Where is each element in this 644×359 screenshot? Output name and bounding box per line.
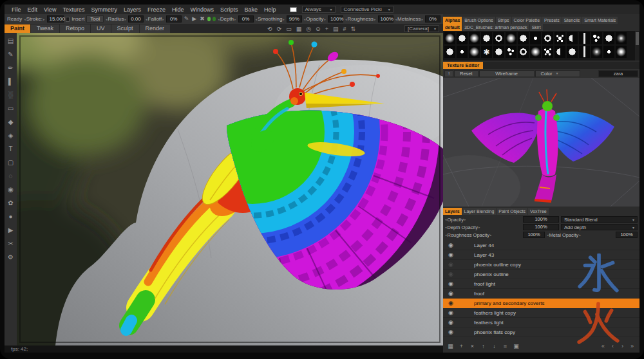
toolbar-icon[interactable]: ⟲ bbox=[267, 26, 272, 32]
menu-item[interactable]: Bake bbox=[241, 6, 261, 13]
alpha-thumbnail[interactable] bbox=[616, 46, 627, 58]
layer-visibility-icon[interactable]: ◉ bbox=[447, 242, 455, 248]
alpha-thumbnail[interactable] bbox=[603, 46, 614, 58]
mode-tab[interactable]: Sculpt bbox=[111, 24, 139, 33]
alpha-thumbnail[interactable] bbox=[554, 32, 565, 44]
radius-spinner[interactable]: ◂Radius▸ bbox=[106, 16, 126, 22]
always-dropdown[interactable]: Always ▾ bbox=[302, 6, 336, 13]
falloff-spinner[interactable]: ◂Falloff▸ bbox=[146, 16, 164, 22]
tool-icon[interactable]: ⚙ bbox=[6, 253, 15, 262]
depth-mode-dropdown[interactable]: Add depth▾ bbox=[561, 224, 638, 230]
picking-mode-dropdown[interactable]: Connective Picki ▾ bbox=[341, 6, 393, 13]
falloff-value[interactable]: 0% bbox=[166, 15, 182, 23]
tool-icon[interactable]: ◌ bbox=[6, 172, 15, 181]
alpha-thumbnail[interactable] bbox=[530, 46, 541, 58]
metalness-value[interactable]: 0% bbox=[425, 15, 440, 23]
mode-tab[interactable]: Render bbox=[140, 24, 171, 33]
layer-visibility-icon[interactable]: ◉ bbox=[447, 271, 455, 277]
layers-footer-icon[interactable]: ↓ bbox=[491, 343, 498, 349]
depth-opacity-value[interactable]: 100% bbox=[523, 224, 559, 230]
tool-icon[interactable]: ● bbox=[6, 212, 15, 221]
menu-item[interactable]: File bbox=[8, 6, 24, 13]
tool-icon[interactable]: ░ bbox=[6, 91, 15, 100]
alpha-thumbnail[interactable] bbox=[469, 46, 480, 58]
layer-visibility-icon[interactable]: ◉ bbox=[447, 319, 455, 326]
alpha-thumbnail[interactable] bbox=[481, 32, 492, 44]
layers-footer-nav-icon[interactable]: » bbox=[629, 343, 636, 349]
mode-tab[interactable]: UV bbox=[91, 24, 111, 33]
alpha-thumbnail[interactable] bbox=[591, 32, 602, 44]
toolbar-icon[interactable]: ⊙ bbox=[316, 26, 321, 32]
alpha-thumbnail[interactable] bbox=[591, 46, 602, 58]
layer-row[interactable]: ◉ primary and secondary coverts bbox=[443, 299, 639, 308]
menu-item[interactable]: Freeze bbox=[144, 6, 169, 13]
tool-icon[interactable]: ✿ bbox=[6, 199, 15, 208]
color-channel-dropdown[interactable]: Color ▾ bbox=[535, 70, 580, 77]
layers-footer-icon[interactable]: ▦ bbox=[447, 343, 454, 349]
alpha-thumbnail[interactable] bbox=[542, 46, 553, 58]
alpha-thumbnail[interactable] bbox=[481, 46, 492, 58]
tool-icon[interactable]: ▭ bbox=[6, 104, 15, 113]
smoothing-spinner[interactable]: ◂Smoothing▸ bbox=[256, 16, 285, 22]
pen-icon[interactable]: ✎ bbox=[184, 15, 190, 23]
alpha-thumbnail[interactable] bbox=[518, 32, 529, 44]
toolbar-icon[interactable]: + bbox=[325, 26, 328, 32]
menu-item[interactable]: Windows bbox=[187, 6, 217, 13]
layers-panel-tab[interactable]: VoxTree bbox=[528, 208, 549, 215]
color-sphere-icon[interactable] bbox=[207, 17, 211, 21]
mode-tab[interactable]: Retopo bbox=[60, 24, 90, 33]
toolbar-icon[interactable]: ⇅ bbox=[350, 26, 355, 32]
layers-footer-icon[interactable]: ↑ bbox=[480, 343, 487, 349]
insert-checkbox[interactable] bbox=[66, 17, 70, 22]
layers-footer-icon[interactable]: × bbox=[469, 343, 476, 349]
layer-visibility-icon[interactable]: ◉ bbox=[447, 281, 455, 287]
panel-tab[interactable]: Smart Materials bbox=[582, 17, 618, 24]
alpha-thumbnail[interactable] bbox=[567, 46, 578, 58]
tool-icon[interactable]: ▶ bbox=[6, 226, 15, 235]
up-icon[interactable]: ↑ bbox=[444, 70, 453, 77]
depth-value[interactable]: 0% bbox=[238, 15, 254, 23]
depth-spinner[interactable]: ◂Depth▸ bbox=[218, 16, 236, 22]
menu-item[interactable]: Hide bbox=[169, 6, 187, 13]
blend-mode-dropdown[interactable]: Standard Blend▾ bbox=[561, 216, 638, 223]
clear-icon[interactable]: ✖ bbox=[199, 15, 205, 23]
scrollbar-thumb[interactable] bbox=[636, 32, 639, 45]
panel-tab[interactable]: Brush Options bbox=[462, 17, 495, 24]
roughness-value[interactable]: 100% bbox=[378, 15, 393, 23]
metalness-spinner[interactable]: ◂Metalness▸ bbox=[395, 16, 424, 22]
layers-footer-icon[interactable]: ≡ bbox=[502, 343, 509, 349]
stroke-spinner[interactable]: ◂Stroke:▸ bbox=[24, 16, 44, 22]
layer-visibility-icon[interactable]: ◉ bbox=[447, 309, 455, 316]
tool-icon[interactable]: T bbox=[6, 145, 15, 154]
layers-footer-nav-icon[interactable]: ‹ bbox=[609, 343, 616, 349]
stroke-value[interactable]: 15.000 bbox=[47, 15, 64, 23]
color-sphere-dark-icon[interactable] bbox=[213, 17, 216, 21]
alpha-thumbnail[interactable] bbox=[603, 32, 614, 44]
metal-opacity-spinner[interactable]: ◂Metal Opacity▸ bbox=[547, 232, 581, 238]
tool-icon[interactable]: ◈ bbox=[6, 131, 15, 140]
alpha-thumbnail[interactable] bbox=[579, 46, 590, 58]
alpha-thumbnail[interactable] bbox=[444, 46, 455, 58]
layer-row[interactable]: ◉ feathers light copy bbox=[443, 308, 639, 318]
layer-visibility-icon[interactable]: ◉ bbox=[447, 300, 455, 306]
roughness-opacity-value[interactable]: 100% bbox=[523, 232, 545, 238]
layers-panel-tab[interactable]: Layers bbox=[443, 208, 462, 215]
brush-set-tab[interactable]: default bbox=[443, 24, 462, 31]
alpha-thumbnail[interactable] bbox=[469, 32, 480, 44]
tool-icon[interactable]: ◉ bbox=[6, 185, 15, 194]
alpha-thumbnail[interactable] bbox=[567, 32, 578, 44]
toolbar-icon[interactable]: # bbox=[343, 26, 346, 32]
radius-value[interactable]: 0.00 bbox=[128, 15, 144, 23]
alpha-thumbnail[interactable] bbox=[457, 32, 468, 44]
layer-row[interactable]: ◉ froof light bbox=[443, 279, 639, 289]
camera-dropdown[interactable]: [Camera] ▾ bbox=[404, 25, 439, 32]
layer-visibility-icon[interactable]: ◉ bbox=[447, 252, 455, 258]
smoothing-value[interactable]: 99% bbox=[287, 15, 302, 23]
layer-opacity-value[interactable]: 100% bbox=[523, 216, 559, 223]
panel-tab[interactable]: Stencils bbox=[562, 17, 582, 24]
layers-footer-icon[interactable]: ▣ bbox=[513, 343, 520, 349]
layer-row[interactable]: ◉ phoenix outline copy bbox=[443, 260, 639, 270]
opacity-spinner[interactable]: ◂Opacity▸ bbox=[304, 16, 326, 22]
metal-opacity-value[interactable]: 100% bbox=[616, 232, 638, 238]
alpha-thumbnail[interactable] bbox=[518, 46, 529, 58]
